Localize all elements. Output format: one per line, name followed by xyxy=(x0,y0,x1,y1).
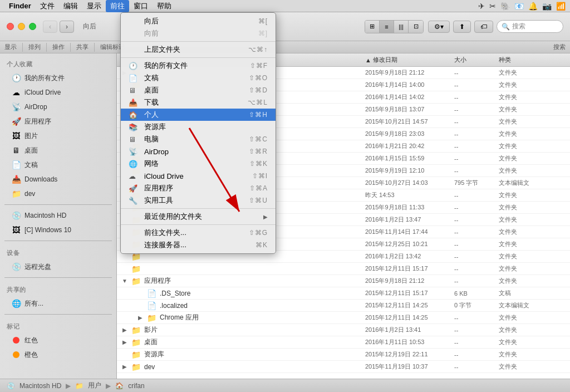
documents-icon: 📄 xyxy=(11,160,21,170)
sidebar-label-airdrop: AirDrop xyxy=(24,103,47,111)
sidebar-item-pictures[interactable]: 🖼 图片 xyxy=(2,129,114,143)
menu-item-applications[interactable]: 🚀 应用程序 ⇧⌘A xyxy=(121,182,276,194)
search-bar[interactable]: 🔍 搜索 xyxy=(497,20,563,33)
sidebar-label-desktop: 桌面 xyxy=(24,146,38,155)
submenu-arrow-icon: ▶ xyxy=(263,214,268,220)
table-row[interactable]: ▶📁桌面 2016年1月11日 10:53--文件夹 xyxy=(117,336,570,349)
menu-view[interactable]: 显示 xyxy=(82,0,106,12)
action-button[interactable]: ⚙▾ xyxy=(428,21,450,33)
downloads-menu-icon: 📥 xyxy=(129,99,141,107)
col-size[interactable]: 大小 xyxy=(454,56,499,64)
menu-item-icloud[interactable]: ☁ iCloud Drive ⇧⌘I xyxy=(121,170,276,182)
sidebar-item-tag-orange[interactable]: 橙色 xyxy=(2,347,114,362)
wifi2-icon: 📶 xyxy=(556,2,566,11)
breadcrumb-macintosh[interactable]: Macintosh HD xyxy=(19,382,61,390)
menu-item-recent[interactable]: 最近使用的文件夹 ▶ xyxy=(121,210,276,223)
sort-label: 排列 xyxy=(28,43,41,51)
menu-item-utilities[interactable]: 🔧 实用工具 ⇧⌘U xyxy=(121,194,276,207)
menu-go[interactable]: 前往 xyxy=(106,0,129,12)
breadcrumb-crifan[interactable]: crifan xyxy=(128,382,144,390)
section-header-favorites: 个人收藏 xyxy=(0,56,116,71)
menu-item-documents[interactable]: 📄 文稿 ⇧⌘O xyxy=(121,72,276,84)
cloud-icon: ☁ xyxy=(11,87,21,97)
icon-view-btn[interactable]: ⊞ xyxy=(365,21,380,33)
menu-item-back[interactable]: 向后 ⌘[ xyxy=(121,15,276,27)
menu-item-desktop[interactable]: 🖥 桌面 ⇧⌘D xyxy=(121,84,276,96)
menu-item-connect[interactable]: 连接服务器... ⌘K xyxy=(121,239,276,251)
menu-item-allfiles[interactable]: 🕐 我的所有文件 ⇧⌘F xyxy=(121,60,276,72)
applications-icon: 🚀 xyxy=(11,116,21,126)
menu-item-enclosing[interactable]: 上层文件夹 ⌥⌘↑ xyxy=(121,43,276,56)
sidebar-label-remote-disk: 远程光盘 xyxy=(24,262,51,272)
menu-file[interactable]: 文件 xyxy=(36,0,59,12)
view-buttons: ⊞ ≡ ||| ⊡ xyxy=(365,20,424,33)
close-button[interactable] xyxy=(7,23,14,30)
menu-item-airdrop[interactable]: 📡 AirDrop ⇧⌘R xyxy=(121,145,276,158)
back-button[interactable]: ‹ xyxy=(43,21,57,33)
table-row[interactable]: ▶📁 2015年12月11日 15:17--文件夹 xyxy=(117,263,570,275)
sidebar-label-pictures: 图片 xyxy=(24,131,38,141)
sidebar-item-dev[interactable]: 📁 dev xyxy=(2,187,114,201)
tag-button[interactable]: 🏷 xyxy=(474,21,493,33)
sidebar-item-desktop[interactable]: 🖥 桌面 xyxy=(2,143,114,158)
table-row[interactable]: ▶📄.localized 2015年12月11日 14:250 字节文本编辑文 xyxy=(117,300,570,312)
nav-buttons: ‹ › xyxy=(43,21,74,33)
menu-item-library[interactable]: 📚 资源库 xyxy=(121,121,276,133)
menu-item-network[interactable]: 🌐 网络 ⇧⌘K xyxy=(121,158,276,170)
list-view-btn[interactable]: ≡ xyxy=(380,21,394,33)
column-view-btn[interactable]: ||| xyxy=(394,21,409,33)
table-row[interactable]: ▶📁dev 2015年11月19日 10:37--文件夹 xyxy=(117,361,570,373)
menu-help[interactable]: 帮助 xyxy=(153,0,176,12)
sidebar-item-all-shared[interactable]: 🌐 所有... xyxy=(2,296,114,311)
sidebar-divider-1 xyxy=(4,204,112,205)
menu-item-goto[interactable]: 前往文件夹... ⇧⌘G xyxy=(121,227,276,239)
menu-separator-4 xyxy=(121,224,276,225)
minimize-button[interactable] xyxy=(18,23,25,30)
table-row[interactable]: ▶📁Chrome 应用 2015年12月11日 14:25--文件夹 xyxy=(117,312,570,324)
menu-item-forward[interactable]: 向前 ⌘] xyxy=(121,27,276,40)
network-menu-icon: 🌐 xyxy=(129,160,141,168)
elephant-icon: 🐘 xyxy=(500,2,510,11)
menu-item-downloads[interactable]: 📥 下载 ⌥⌘L xyxy=(121,96,276,109)
sidebar-item-all-files[interactable]: 🕐 我的所有文件 xyxy=(2,71,114,85)
table-row[interactable]: ▶📁资源库 2015年12月19日 22:11--文件夹 xyxy=(117,349,570,361)
sidebar-item-macintosh[interactable]: 💿 Macintosh HD xyxy=(2,208,114,223)
menu-item-computer[interactable]: 🖥 电脑 ⇧⌘C xyxy=(121,133,276,145)
maximize-button[interactable] xyxy=(29,23,36,30)
forward-button[interactable]: › xyxy=(60,21,74,33)
status-bar: 💿 Macintosh HD ▶ 📁 用户 ▶ 🏠 crifan xyxy=(0,379,570,392)
sidebar-item-downloads[interactable]: 📥 Downloads xyxy=(2,172,114,187)
network-icon: 🌐 xyxy=(11,298,21,308)
utilities-menu-icon: 🔧 xyxy=(129,197,141,205)
menu-edit[interactable]: 编辑 xyxy=(59,0,82,12)
sidebar-item-remote-disk[interactable]: 💿 远程光盘 xyxy=(2,259,114,274)
col-type[interactable]: 种类 xyxy=(499,56,566,64)
sidebar-item-applications[interactable]: 🚀 应用程序 xyxy=(2,114,114,129)
sidebar-item-icloud[interactable]: ☁ iCloud Drive xyxy=(2,85,114,100)
table-row[interactable]: ▶📄.DS_Store 2015年12月11日 15:176 KB文稿 xyxy=(117,287,570,300)
cover-view-btn[interactable]: ⊡ xyxy=(409,21,423,33)
menu-window[interactable]: 窗口 xyxy=(129,0,153,12)
sidebar-label-windows: [C] Windows 10 xyxy=(24,226,71,234)
action-label: 操作 xyxy=(52,43,65,51)
menu-item-home[interactable]: 🏠 个人 ⇧⌘H xyxy=(121,109,276,121)
col-date[interactable]: ▲ 修改日期 xyxy=(365,56,454,64)
sidebar-label-documents: 文稿 xyxy=(24,160,38,170)
disk-status-icon: 💿 xyxy=(7,382,15,390)
sidebar-item-airdrop[interactable]: 📡 AirDrop xyxy=(2,100,114,114)
dev-folder-icon: 📁 xyxy=(11,189,21,199)
sort-arrow: ▲ xyxy=(365,57,371,63)
table-row[interactable]: ▼📁应用程序 2015年9月18日 21:12--文件夹 xyxy=(117,275,570,287)
sidebar-label-icloud: iCloud Drive xyxy=(24,89,61,96)
sidebar-item-documents[interactable]: 📄 文稿 xyxy=(2,158,114,172)
display-label: 显示 xyxy=(4,43,17,51)
breadcrumb-users[interactable]: 用户 xyxy=(88,381,101,390)
share-button[interactable]: ⬆ xyxy=(453,21,471,33)
table-row[interactable]: ▶📁影片 2016年1月2日 13:41--文件夹 xyxy=(117,324,570,336)
share-label: 共享 xyxy=(76,43,89,51)
sidebar-item-tag-red[interactable]: 红色 xyxy=(2,333,114,347)
search-label: 搜索 xyxy=(553,43,566,51)
sidebar-item-windows[interactable]: 🖼 [C] Windows 10 xyxy=(2,223,114,237)
tag-red-icon xyxy=(11,335,21,345)
search-placeholder: 搜索 xyxy=(512,22,525,31)
